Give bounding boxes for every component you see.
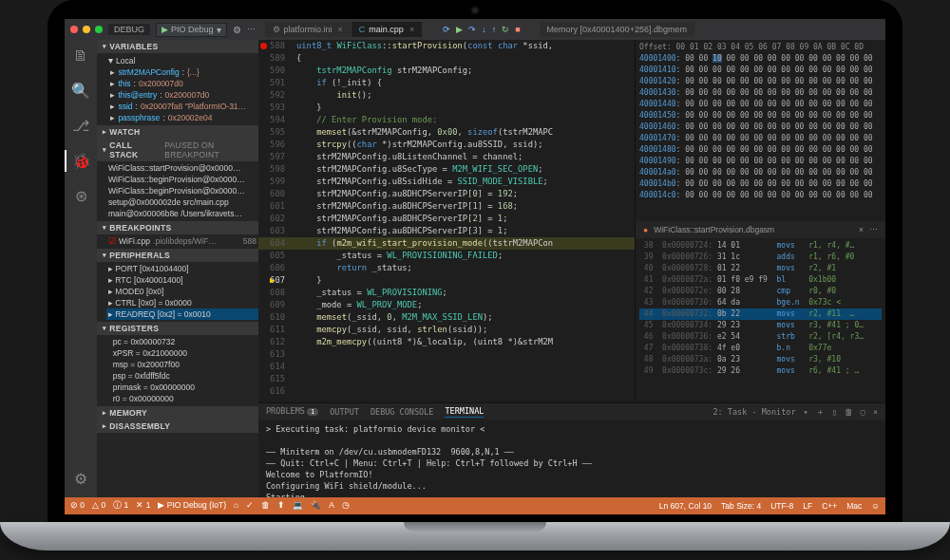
debug-action-button[interactable]: ↷ — [468, 25, 476, 34]
peripheral-item[interactable]: ▸ READREQ [0x2] = 0x0010 — [106, 308, 258, 320]
debug-action-button[interactable]: ↑ — [492, 25, 497, 34]
peripherals-header[interactable]: ▾PERIPHERALS — [97, 249, 258, 262]
debug-icon[interactable]: 🐞 — [65, 150, 97, 172]
status-item[interactable]: 💻 — [293, 500, 303, 512]
register-item[interactable]: psp = 0xfdff5fdc — [106, 370, 258, 382]
memory-header[interactable]: ▸MEMORY — [97, 406, 258, 420]
breakpoint-checkbox-icon[interactable]: ☑ — [108, 236, 116, 246]
code-editor[interactable]: 5885895905915925935945955965975985996006… — [258, 40, 635, 402]
register-item[interactable]: r0 = 0x00000000 — [106, 393, 258, 404]
status-item[interactable]: ⌂ — [234, 500, 238, 512]
register-item[interactable]: msp = 0x20007f00 — [106, 359, 258, 370]
stack-frame[interactable]: WiFiClass::startProvision@0x0000… — [106, 162, 258, 174]
variable-item[interactable]: ▸ ssid: 0x20007fa8 "PlatformIO-31… — [106, 101, 258, 112]
debug-action-button[interactable]: ■ — [515, 25, 520, 34]
panel-tab[interactable]: TERMINAL — [445, 405, 484, 418]
local-scope[interactable]: ▾Local — [106, 54, 258, 66]
debug-config-selector[interactable]: ▶ PIO Debug ▾ — [156, 23, 227, 37]
breakpoints-header[interactable]: ▾BREAKPOINTS — [97, 221, 258, 234]
breakpoints-body: ☑ WiFi.cpp .piolibdeps/WiF… 588 — [97, 234, 258, 249]
status-item[interactable]: Mac — [846, 501, 862, 511]
status-item[interactable]: Tab Size: 4 — [721, 501, 761, 511]
trash-icon[interactable]: 🗑 — [845, 406, 853, 418]
peripheral-item[interactable]: ▸ CTRL [0x0] = 0x0000 — [106, 297, 258, 308]
stack-frame[interactable]: WiFiClass::beginProvision@0x0000… — [106, 185, 258, 196]
status-item[interactable]: ⬆ — [277, 500, 285, 512]
split-icon[interactable]: ▯ — [832, 406, 837, 418]
status-item[interactable]: LF — [803, 501, 812, 511]
variables-header[interactable]: ▾VARIABLES — [97, 40, 258, 53]
status-item[interactable]: ⊘ 0 — [70, 500, 85, 512]
stack-frame[interactable]: WiFiClass::beginProvision@0x0000… — [106, 174, 258, 185]
close-icon[interactable]: × — [859, 225, 864, 234]
status-item[interactable]: Ln 607, Col 10 — [659, 501, 712, 511]
status-item[interactable]: 🔌 — [311, 500, 321, 512]
chevron-down-icon[interactable]: ▾ — [804, 406, 808, 418]
register-item[interactable]: xPSR = 0x21000000 — [106, 347, 258, 359]
status-item[interactable]: 🗑 — [261, 500, 270, 512]
status-item[interactable]: ✓ — [246, 500, 254, 512]
status-item[interactable]: △ 0 — [92, 500, 105, 512]
peripheral-item[interactable]: ▸ RTC [0x40001400] — [106, 274, 258, 286]
search-icon[interactable]: 🔍 — [65, 80, 97, 102]
more-icon[interactable]: ⋯ — [869, 225, 878, 234]
window-controls[interactable] — [70, 26, 103, 33]
register-item[interactable]: primask = 0x00000000 — [106, 382, 258, 393]
close-window-icon[interactable] — [70, 26, 78, 33]
status-item[interactable]: ✕ 1 — [136, 500, 150, 512]
asm-view[interactable]: 38 0x00000724: 14 01 movs r1, r4, #… 39 … — [636, 238, 885, 402]
status-item[interactable]: ◷ — [342, 500, 350, 512]
editor-tab[interactable]: Cmain.cpp× — [352, 22, 422, 37]
breakpoint-item[interactable]: ☑ WiFi.cpp .piolibdeps/WiF… 588 — [106, 235, 258, 247]
task-selector[interactable]: 2: Task - Monitor — [713, 406, 796, 418]
platformio-icon[interactable]: ⊛ — [65, 185, 97, 207]
close-icon[interactable]: × — [873, 406, 878, 418]
peripheral-item[interactable]: ▸ MODE0 [0x0] — [106, 286, 258, 297]
minimize-window-icon[interactable] — [83, 26, 90, 33]
chevron-down-icon[interactable]: ▾ — [217, 25, 221, 35]
debug-label: DEBUG — [108, 24, 150, 35]
stack-frame[interactable]: setup@0x000002de src/main.cpp — [106, 196, 258, 208]
status-item[interactable]: UTF-8 — [770, 501, 793, 511]
register-item[interactable]: pc = 0x00000732 — [106, 336, 258, 347]
terminal-output[interactable]: > Executing task: platformio device moni… — [258, 420, 885, 507]
variable-item[interactable]: ▸ this@entry: 0x200007d0 — [106, 89, 258, 101]
variable-item[interactable]: ▸ strM2MAPConfig: {...} — [106, 66, 258, 78]
registers-header[interactable]: ▾REGISTERS — [97, 322, 258, 335]
hex-view[interactable]: Offset: 00 01 02 03 04 05 06 07 08 09 0A… — [636, 40, 885, 221]
line-gutter: 5885895905915925935945955965975985996006… — [258, 40, 291, 398]
settings-gear-icon[interactable]: ⚙ — [65, 468, 97, 490]
debug-action-button[interactable]: ↻ — [502, 25, 509, 34]
panel-tab[interactable]: PROBLEMS1 — [266, 405, 318, 418]
callstack-header[interactable]: ▾CALL STACK PAUSED ON BREAKPOINT — [97, 139, 258, 161]
peripheral-item[interactable]: ▸ PORT [0x41004400] — [106, 263, 258, 274]
asm-tab[interactable]: ● WiFiClass::startProvision.dbgasm × ⋯ — [636, 221, 885, 238]
panel-tab[interactable]: DEBUG CONSOLE — [370, 406, 434, 418]
debug-action-button[interactable]: ⟳ — [443, 25, 450, 34]
status-item[interactable]: ▶ PIO Debug (IoT) — [158, 500, 226, 512]
files-icon[interactable]: 🗎 — [65, 46, 97, 66]
plus-icon[interactable]: ＋ — [816, 406, 825, 418]
code-content[interactable]: uint8_t WiFiClass::startProvision(const … — [258, 40, 635, 348]
maximize-icon[interactable]: ▢ — [861, 406, 865, 418]
scm-icon[interactable]: ⎇ — [65, 115, 97, 137]
play-icon[interactable]: ▶ — [162, 25, 168, 34]
gear-icon[interactable]: ⚙ — [233, 25, 241, 35]
debug-action-button[interactable]: ↓ — [482, 25, 486, 34]
variable-item[interactable]: ▸ passphrase: 0x20002e04 — [106, 112, 258, 123]
status-item[interactable]: A — [329, 500, 334, 512]
debug-action-button[interactable]: ▶ — [456, 25, 463, 34]
status-item[interactable]: ☺ — [871, 501, 880, 511]
status-item[interactable]: ⓘ 1 — [113, 500, 128, 512]
status-item[interactable]: C++ — [822, 501, 837, 511]
memory-tab[interactable]: Memory [0x40001400+256].dbgmem — [540, 22, 694, 37]
maximize-window-icon[interactable] — [95, 26, 103, 33]
variable-item[interactable]: ▸ this: 0x200007d0 — [106, 78, 258, 89]
disassembly-header[interactable]: ▸DISASSEMBLY — [97, 420, 258, 433]
peripherals-body: ▸ PORT [0x41004400]▸ RTC [0x40001400]▸ M… — [97, 262, 258, 322]
panel-tab[interactable]: OUTPUT — [330, 406, 359, 418]
editor-tab[interactable]: ⚙platformio.ini× — [265, 22, 351, 37]
more-icon[interactable]: ⋯ — [247, 25, 256, 34]
stack-frame[interactable]: main@0x00006b8e /Users/ikravets… — [106, 208, 258, 219]
watch-header[interactable]: ▸WATCH — [97, 125, 258, 139]
